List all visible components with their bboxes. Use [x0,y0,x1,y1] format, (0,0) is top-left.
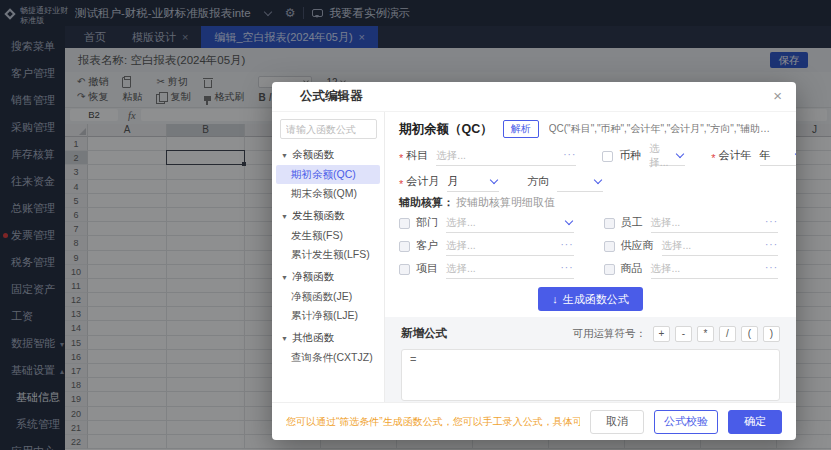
tree-item[interactable]: 查询条件(CXTJZ) [276,348,380,367]
required-mark: * [399,178,403,192]
tree-item[interactable]: 累计发生额(LFS) [276,245,380,264]
aux-field-row: 部门选择... [399,213,574,233]
aux-field-input[interactable]: 选择...··· [651,213,779,233]
tree-item[interactable]: 净额函数(JE) [276,287,380,306]
aux-grid: 部门选择...员工选择...···客户选择...···供应商选择...···项目… [399,213,778,279]
tree-group[interactable]: ▼净额函数 [272,264,384,287]
checkbox[interactable] [399,264,410,275]
aux-accounting-label: 辅助核算： [399,195,454,210]
direction-field[interactable] [557,172,603,192]
tree-group-label: 发生额函数 [292,209,345,223]
function-detail-panel: 期初余额（QC） 解析 QC("科目","币种","会计年","会计月","方向… [385,112,796,402]
aux-field-row: 商品选择...··· [604,259,779,279]
function-name: 期初余额（QC） [399,121,493,138]
currency-checkbox[interactable] [602,151,613,162]
checkbox[interactable] [604,264,615,275]
month-label: 会计月 [406,174,439,189]
checkbox[interactable] [399,241,410,252]
ellipsis-icon[interactable]: ··· [561,262,574,275]
operator-button[interactable]: / [719,326,736,342]
placeholder-text: 选择... [651,262,681,276]
aux-field-input[interactable]: 选择...··· [662,236,779,256]
operators-label: 可用运算符号： [573,327,647,341]
checkbox[interactable] [399,218,410,229]
cancel-button[interactable]: 取消 [590,410,644,434]
tree-group[interactable]: ▼余额函数 [272,142,384,165]
function-tree: ▼余额函数期初余额(QC)期末余额(QM)▼发生额函数发生额(FS)累计发生额(… [272,142,384,367]
function-tree-panel: ▼余额函数期初余额(QC)期末余额(QM)▼发生额函数发生额(FS)累计发生额(… [272,112,385,402]
dialog-header: 公式编辑器 × [272,82,796,112]
ellipsis-icon[interactable]: ··· [765,216,778,229]
placeholder-text: 选择... [446,216,476,230]
ellipsis-icon[interactable]: ··· [765,262,778,275]
aux-field-row: 员工选择...··· [604,213,779,233]
operator-button[interactable]: - [675,326,692,342]
placeholder-text: 选择... [446,262,476,276]
tree-item[interactable]: 累计净额(LJE) [276,306,380,325]
chevron-down-icon[interactable] [564,216,572,224]
tree-group[interactable]: ▼其他函数 [272,325,384,348]
formula-editor-dialog: 公式编辑器 × ▼余额函数期初余额(QC)期末余额(QM)▼发生额函数发生额(F… [272,82,796,440]
tree-group[interactable]: ▼发生额函数 [272,203,384,226]
generate-formula-button[interactable]: ↓ 生成函数公式 [538,287,643,311]
triangle-down-icon: ▼ [281,335,288,342]
month-field[interactable]: 月 [447,172,499,192]
required-mark: * [711,152,715,166]
validate-formula-button[interactable]: 公式校验 [654,410,718,434]
function-search-input[interactable] [280,119,377,139]
ellipsis-icon[interactable]: ··· [765,239,778,252]
triangle-down-icon: ▼ [281,274,288,281]
aux-field-row: 供应商选择...··· [604,236,779,256]
aux-field-row: 客户选择...··· [399,236,574,256]
direction-label: 方向 [527,174,549,189]
operator-button[interactable]: ( [741,326,758,342]
tree-item[interactable]: 期初余额(QC) [276,165,380,184]
parse-button[interactable]: 解析 [503,120,539,138]
function-signature: QC("科目","币种","会计年","会计月","方向","辅助项","账套名… [549,122,778,136]
checkbox[interactable] [604,241,615,252]
operator-button[interactable]: ) [763,326,780,342]
aux-field-input[interactable]: 选择...··· [446,236,574,256]
tree-group-label: 其他函数 [292,331,334,345]
year-field[interactable]: 年 [760,146,796,166]
aux-accounting-hint: 按辅助核算明细取值 [456,195,555,210]
chevron-down-icon[interactable] [676,149,684,157]
chevron-down-icon[interactable] [490,175,498,183]
ellipsis-icon[interactable]: ··· [563,149,576,162]
operator-list: +-*/() [653,326,780,342]
confirm-button[interactable]: 确定 [728,410,782,434]
currency-field[interactable]: 选择... [649,146,685,166]
aux-field-label: 供应商 [621,238,654,253]
year-label: 会计年 [719,148,752,163]
checkbox[interactable] [604,218,615,229]
aux-field-input[interactable]: 选择... [446,213,574,233]
tree-group-label: 净额函数 [292,270,334,284]
chevron-down-icon[interactable] [794,149,796,157]
aux-field-label: 项目 [416,261,438,276]
operator-button[interactable]: * [697,326,714,342]
subject-label: 科目 [406,148,428,163]
formula-textarea[interactable]: = [401,349,780,401]
footer-hint: 您可以通过“筛选条件”生成函数公式，您可以手工录入公式，具体可参见解析 [286,415,580,429]
triangle-down-icon: ▼ [281,213,288,220]
currency-label: 币种 [619,148,641,163]
new-formula-title: 新增公式 [401,326,447,341]
placeholder-text: 选择... [651,216,681,230]
new-formula-section: 新增公式 可用运算符号： +-*/() = [385,317,796,402]
tree-item[interactable]: 发生额(FS) [276,226,380,245]
aux-field-input[interactable]: 选择...··· [651,259,779,279]
aux-field-label: 部门 [416,215,438,230]
ellipsis-icon[interactable]: ··· [561,239,574,252]
aux-field-row: 项目选择...··· [399,259,574,279]
subject-field[interactable]: 选择... ··· [436,146,576,166]
aux-field-label: 员工 [621,215,643,230]
aux-field-input[interactable]: 选择...··· [446,259,574,279]
triangle-down-icon: ▼ [281,152,288,159]
chevron-down-icon[interactable] [594,175,602,183]
operator-button[interactable]: + [653,326,670,342]
tree-group-label: 余额函数 [292,148,334,162]
aux-field-label: 商品 [621,261,643,276]
tree-item[interactable]: 期末余额(QM) [276,184,380,203]
dialog-title: 公式编辑器 [300,88,363,105]
close-icon[interactable]: × [773,88,782,103]
